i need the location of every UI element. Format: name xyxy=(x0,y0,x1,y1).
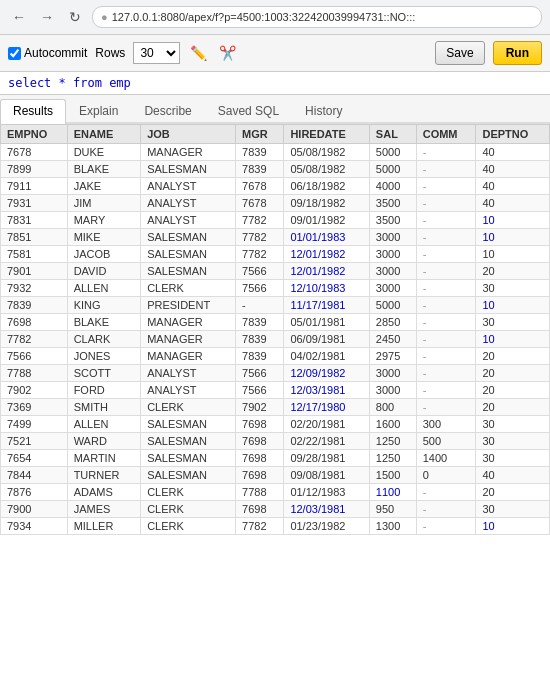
table-row: 7899BLAKESALESMAN783905/08/19825000-40 xyxy=(1,161,550,178)
table-cell: 30 xyxy=(476,280,550,297)
table-cell: 2450 xyxy=(369,331,416,348)
table-cell: 12/01/1982 xyxy=(284,263,369,280)
table-cell: - xyxy=(416,365,476,382)
table-cell: 7899 xyxy=(1,161,68,178)
table-cell: SALESMAN xyxy=(141,433,236,450)
tab-results[interactable]: Results xyxy=(0,99,66,124)
table-cell: 7678 xyxy=(236,178,284,195)
table-cell: SALESMAN xyxy=(141,263,236,280)
autocommit-label[interactable]: Autocommit xyxy=(8,46,87,60)
table-row: 7654MARTINSALESMAN769809/28/198112501400… xyxy=(1,450,550,467)
col-hiredate: HIREDATE xyxy=(284,125,369,144)
table-cell: 7698 xyxy=(236,433,284,450)
table-cell: SALESMAN xyxy=(141,161,236,178)
table-cell: 10 xyxy=(476,212,550,229)
forward-button[interactable]: → xyxy=(36,6,58,28)
table-cell: MANAGER xyxy=(141,348,236,365)
table-row: 7844TURNERSALESMAN769809/08/19811500040 xyxy=(1,467,550,484)
table-cell: 5000 xyxy=(369,297,416,314)
table-cell: SALESMAN xyxy=(141,450,236,467)
table-cell: SMITH xyxy=(67,399,141,416)
table-cell: WARD xyxy=(67,433,141,450)
refresh-button[interactable]: ↻ xyxy=(64,6,86,28)
address-bar[interactable]: ● 127.0.0.1:8080/apex/f?p=4500:1003:3224… xyxy=(92,6,542,28)
table-cell: 7831 xyxy=(1,212,68,229)
table-cell: 7581 xyxy=(1,246,68,263)
table-cell: 05/01/1981 xyxy=(284,314,369,331)
table-cell: 09/28/1981 xyxy=(284,450,369,467)
table-cell: 1250 xyxy=(369,433,416,450)
table-cell: 7566 xyxy=(236,382,284,399)
table-cell: 500 xyxy=(416,433,476,450)
table-cell: 12/03/1981 xyxy=(284,382,369,399)
table-cell: - xyxy=(416,484,476,501)
table-cell: 09/01/1982 xyxy=(284,212,369,229)
table-cell: 10 xyxy=(476,229,550,246)
table-cell: 40 xyxy=(476,195,550,212)
sql-input-area xyxy=(0,72,550,95)
table-cell: 7900 xyxy=(1,501,68,518)
rows-select[interactable]: 10 20 30 50 100 xyxy=(133,42,180,64)
table-cell: 06/18/1982 xyxy=(284,178,369,195)
tab-history[interactable]: History xyxy=(292,99,355,122)
table-cell: 7902 xyxy=(236,399,284,416)
table-cell: MARY xyxy=(67,212,141,229)
table-cell: 2850 xyxy=(369,314,416,331)
tab-saved-sql[interactable]: Saved SQL xyxy=(205,99,292,122)
table-cell: 10 xyxy=(476,518,550,535)
table-row: 7581JACOBSALESMAN778212/01/19823000-10 xyxy=(1,246,550,263)
table-cell: 7698 xyxy=(236,501,284,518)
table-cell: 4000 xyxy=(369,178,416,195)
clear-icon-button[interactable]: ✂️ xyxy=(217,44,238,62)
browser-chrome: ← → ↻ ● 127.0.0.1:8080/apex/f?p=4500:100… xyxy=(0,0,550,35)
table-cell: 20 xyxy=(476,348,550,365)
table-cell: 1250 xyxy=(369,450,416,467)
table-row: 7932ALLENCLERK756612/10/19833000-30 xyxy=(1,280,550,297)
table-cell: 30 xyxy=(476,314,550,331)
table-cell: DUKE xyxy=(67,144,141,161)
table-cell: 12/03/1981 xyxy=(284,501,369,518)
tab-explain[interactable]: Explain xyxy=(66,99,131,122)
table-cell: JIM xyxy=(67,195,141,212)
table-cell: SALESMAN xyxy=(141,229,236,246)
table-cell: 7839 xyxy=(236,161,284,178)
table-cell: 20 xyxy=(476,365,550,382)
col-ename: ENAME xyxy=(67,125,141,144)
table-cell: 7369 xyxy=(1,399,68,416)
table-cell: CLERK xyxy=(141,280,236,297)
table-cell: 30 xyxy=(476,501,550,518)
sql-input[interactable] xyxy=(8,76,542,90)
table-cell: 2975 xyxy=(369,348,416,365)
table-cell: ADAMS xyxy=(67,484,141,501)
table-cell: SALESMAN xyxy=(141,416,236,433)
table-cell: 3000 xyxy=(369,229,416,246)
table-cell: 1400 xyxy=(416,450,476,467)
table-cell: 30 xyxy=(476,433,550,450)
tab-describe[interactable]: Describe xyxy=(131,99,204,122)
table-cell: 09/08/1981 xyxy=(284,467,369,484)
table-cell: - xyxy=(416,399,476,416)
table-cell: - xyxy=(416,195,476,212)
table-cell: ANALYST xyxy=(141,178,236,195)
table-cell: SALESMAN xyxy=(141,467,236,484)
table-row: 7851MIKESALESMAN778201/01/19833000-10 xyxy=(1,229,550,246)
table-cell: 3000 xyxy=(369,365,416,382)
save-button[interactable]: Save xyxy=(435,41,484,65)
table-cell: - xyxy=(416,382,476,399)
table-cell: BLAKE xyxy=(67,314,141,331)
edit-icon-button[interactable]: ✏️ xyxy=(188,44,209,62)
run-button[interactable]: Run xyxy=(493,41,542,65)
table-cell: 01/01/1983 xyxy=(284,229,369,246)
table-cell: 7678 xyxy=(1,144,68,161)
table-cell: 3500 xyxy=(369,212,416,229)
table-cell: 950 xyxy=(369,501,416,518)
back-button[interactable]: ← xyxy=(8,6,30,28)
table-cell: 05/08/1982 xyxy=(284,144,369,161)
autocommit-checkbox[interactable] xyxy=(8,47,21,60)
table-cell: ANALYST xyxy=(141,195,236,212)
table-cell: 05/08/1982 xyxy=(284,161,369,178)
table-cell: 11/17/1981 xyxy=(284,297,369,314)
table-cell: MIKE xyxy=(67,229,141,246)
table-cell: FORD xyxy=(67,382,141,399)
table-row: 7901DAVIDSALESMAN756612/01/19823000-20 xyxy=(1,263,550,280)
